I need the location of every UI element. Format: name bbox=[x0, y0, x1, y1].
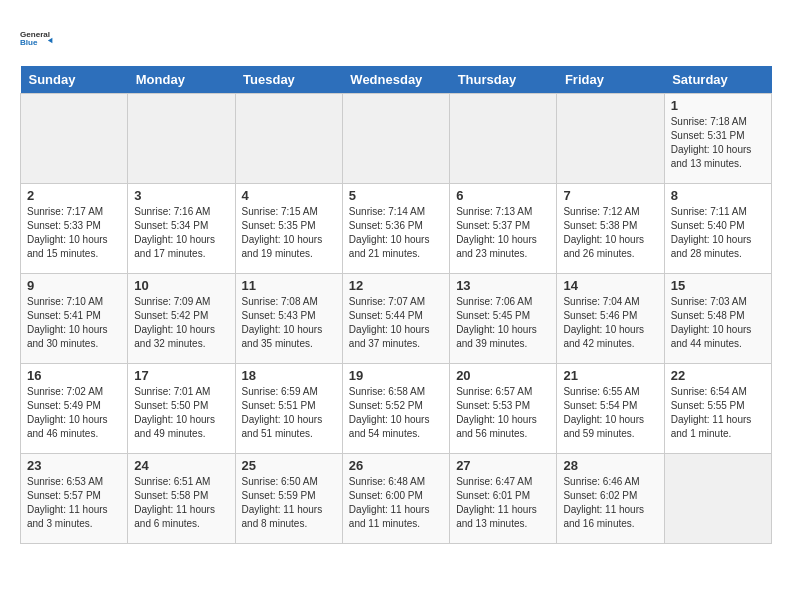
day-number: 6 bbox=[456, 188, 550, 203]
calendar-cell: 23Sunrise: 6:53 AM Sunset: 5:57 PM Dayli… bbox=[21, 454, 128, 544]
weekday-header: Friday bbox=[557, 66, 664, 94]
day-number: 21 bbox=[563, 368, 657, 383]
day-number: 12 bbox=[349, 278, 443, 293]
calendar-cell: 20Sunrise: 6:57 AM Sunset: 5:53 PM Dayli… bbox=[450, 364, 557, 454]
day-info: Sunrise: 7:11 AM Sunset: 5:40 PM Dayligh… bbox=[671, 205, 765, 261]
calendar-cell: 24Sunrise: 6:51 AM Sunset: 5:58 PM Dayli… bbox=[128, 454, 235, 544]
calendar-cell bbox=[128, 94, 235, 184]
day-number: 5 bbox=[349, 188, 443, 203]
day-number: 26 bbox=[349, 458, 443, 473]
calendar-cell: 7Sunrise: 7:12 AM Sunset: 5:38 PM Daylig… bbox=[557, 184, 664, 274]
day-number: 17 bbox=[134, 368, 228, 383]
day-number: 22 bbox=[671, 368, 765, 383]
svg-text:Blue: Blue bbox=[20, 38, 38, 47]
day-info: Sunrise: 7:10 AM Sunset: 5:41 PM Dayligh… bbox=[27, 295, 121, 351]
calendar-cell bbox=[557, 94, 664, 184]
logo: General Blue bbox=[20, 20, 56, 56]
page-header: General Blue bbox=[20, 20, 772, 56]
calendar-cell: 6Sunrise: 7:13 AM Sunset: 5:37 PM Daylig… bbox=[450, 184, 557, 274]
calendar-cell: 8Sunrise: 7:11 AM Sunset: 5:40 PM Daylig… bbox=[664, 184, 771, 274]
day-number: 23 bbox=[27, 458, 121, 473]
calendar-cell: 4Sunrise: 7:15 AM Sunset: 5:35 PM Daylig… bbox=[235, 184, 342, 274]
calendar-cell: 11Sunrise: 7:08 AM Sunset: 5:43 PM Dayli… bbox=[235, 274, 342, 364]
calendar-cell: 9Sunrise: 7:10 AM Sunset: 5:41 PM Daylig… bbox=[21, 274, 128, 364]
calendar-body: 1Sunrise: 7:18 AM Sunset: 5:31 PM Daylig… bbox=[21, 94, 772, 544]
svg-text:General: General bbox=[20, 30, 50, 39]
day-number: 7 bbox=[563, 188, 657, 203]
day-number: 1 bbox=[671, 98, 765, 113]
day-info: Sunrise: 6:48 AM Sunset: 6:00 PM Dayligh… bbox=[349, 475, 443, 531]
day-info: Sunrise: 6:50 AM Sunset: 5:59 PM Dayligh… bbox=[242, 475, 336, 531]
calendar-cell bbox=[235, 94, 342, 184]
calendar-cell: 17Sunrise: 7:01 AM Sunset: 5:50 PM Dayli… bbox=[128, 364, 235, 454]
weekday-header: Monday bbox=[128, 66, 235, 94]
weekday-header: Tuesday bbox=[235, 66, 342, 94]
calendar-week-row: 9Sunrise: 7:10 AM Sunset: 5:41 PM Daylig… bbox=[21, 274, 772, 364]
day-number: 28 bbox=[563, 458, 657, 473]
day-info: Sunrise: 7:06 AM Sunset: 5:45 PM Dayligh… bbox=[456, 295, 550, 351]
calendar-cell: 22Sunrise: 6:54 AM Sunset: 5:55 PM Dayli… bbox=[664, 364, 771, 454]
day-info: Sunrise: 7:03 AM Sunset: 5:48 PM Dayligh… bbox=[671, 295, 765, 351]
calendar-cell: 21Sunrise: 6:55 AM Sunset: 5:54 PM Dayli… bbox=[557, 364, 664, 454]
calendar-cell: 13Sunrise: 7:06 AM Sunset: 5:45 PM Dayli… bbox=[450, 274, 557, 364]
day-info: Sunrise: 7:17 AM Sunset: 5:33 PM Dayligh… bbox=[27, 205, 121, 261]
day-info: Sunrise: 7:07 AM Sunset: 5:44 PM Dayligh… bbox=[349, 295, 443, 351]
calendar-cell: 14Sunrise: 7:04 AM Sunset: 5:46 PM Dayli… bbox=[557, 274, 664, 364]
day-info: Sunrise: 7:02 AM Sunset: 5:49 PM Dayligh… bbox=[27, 385, 121, 441]
day-info: Sunrise: 6:58 AM Sunset: 5:52 PM Dayligh… bbox=[349, 385, 443, 441]
day-info: Sunrise: 7:12 AM Sunset: 5:38 PM Dayligh… bbox=[563, 205, 657, 261]
logo-svg: General Blue bbox=[20, 20, 56, 56]
day-info: Sunrise: 7:16 AM Sunset: 5:34 PM Dayligh… bbox=[134, 205, 228, 261]
day-info: Sunrise: 6:46 AM Sunset: 6:02 PM Dayligh… bbox=[563, 475, 657, 531]
day-info: Sunrise: 7:08 AM Sunset: 5:43 PM Dayligh… bbox=[242, 295, 336, 351]
day-number: 16 bbox=[27, 368, 121, 383]
calendar-cell: 18Sunrise: 6:59 AM Sunset: 5:51 PM Dayli… bbox=[235, 364, 342, 454]
calendar-cell bbox=[21, 94, 128, 184]
calendar-cell: 5Sunrise: 7:14 AM Sunset: 5:36 PM Daylig… bbox=[342, 184, 449, 274]
calendar-cell bbox=[342, 94, 449, 184]
calendar-cell: 27Sunrise: 6:47 AM Sunset: 6:01 PM Dayli… bbox=[450, 454, 557, 544]
day-number: 10 bbox=[134, 278, 228, 293]
calendar-cell: 15Sunrise: 7:03 AM Sunset: 5:48 PM Dayli… bbox=[664, 274, 771, 364]
day-number: 24 bbox=[134, 458, 228, 473]
weekday-header: Saturday bbox=[664, 66, 771, 94]
calendar-cell: 12Sunrise: 7:07 AM Sunset: 5:44 PM Dayli… bbox=[342, 274, 449, 364]
weekday-header: Wednesday bbox=[342, 66, 449, 94]
day-info: Sunrise: 7:09 AM Sunset: 5:42 PM Dayligh… bbox=[134, 295, 228, 351]
day-number: 3 bbox=[134, 188, 228, 203]
calendar-header-row: SundayMondayTuesdayWednesdayThursdayFrid… bbox=[21, 66, 772, 94]
day-info: Sunrise: 6:53 AM Sunset: 5:57 PM Dayligh… bbox=[27, 475, 121, 531]
weekday-header: Thursday bbox=[450, 66, 557, 94]
calendar-week-row: 23Sunrise: 6:53 AM Sunset: 5:57 PM Dayli… bbox=[21, 454, 772, 544]
calendar-cell: 2Sunrise: 7:17 AM Sunset: 5:33 PM Daylig… bbox=[21, 184, 128, 274]
day-info: Sunrise: 6:51 AM Sunset: 5:58 PM Dayligh… bbox=[134, 475, 228, 531]
day-info: Sunrise: 7:18 AM Sunset: 5:31 PM Dayligh… bbox=[671, 115, 765, 171]
weekday-header: Sunday bbox=[21, 66, 128, 94]
day-number: 27 bbox=[456, 458, 550, 473]
calendar-table: SundayMondayTuesdayWednesdayThursdayFrid… bbox=[20, 66, 772, 544]
day-info: Sunrise: 7:04 AM Sunset: 5:46 PM Dayligh… bbox=[563, 295, 657, 351]
day-info: Sunrise: 6:54 AM Sunset: 5:55 PM Dayligh… bbox=[671, 385, 765, 441]
day-number: 11 bbox=[242, 278, 336, 293]
day-number: 25 bbox=[242, 458, 336, 473]
calendar-cell: 3Sunrise: 7:16 AM Sunset: 5:34 PM Daylig… bbox=[128, 184, 235, 274]
day-number: 9 bbox=[27, 278, 121, 293]
day-number: 18 bbox=[242, 368, 336, 383]
calendar-cell: 28Sunrise: 6:46 AM Sunset: 6:02 PM Dayli… bbox=[557, 454, 664, 544]
calendar-week-row: 16Sunrise: 7:02 AM Sunset: 5:49 PM Dayli… bbox=[21, 364, 772, 454]
calendar-cell: 26Sunrise: 6:48 AM Sunset: 6:00 PM Dayli… bbox=[342, 454, 449, 544]
calendar-cell: 25Sunrise: 6:50 AM Sunset: 5:59 PM Dayli… bbox=[235, 454, 342, 544]
day-number: 19 bbox=[349, 368, 443, 383]
calendar-cell bbox=[664, 454, 771, 544]
calendar-week-row: 1Sunrise: 7:18 AM Sunset: 5:31 PM Daylig… bbox=[21, 94, 772, 184]
calendar-cell: 16Sunrise: 7:02 AM Sunset: 5:49 PM Dayli… bbox=[21, 364, 128, 454]
day-info: Sunrise: 6:57 AM Sunset: 5:53 PM Dayligh… bbox=[456, 385, 550, 441]
day-info: Sunrise: 6:47 AM Sunset: 6:01 PM Dayligh… bbox=[456, 475, 550, 531]
day-number: 4 bbox=[242, 188, 336, 203]
calendar-week-row: 2Sunrise: 7:17 AM Sunset: 5:33 PM Daylig… bbox=[21, 184, 772, 274]
day-number: 20 bbox=[456, 368, 550, 383]
day-number: 14 bbox=[563, 278, 657, 293]
calendar-cell: 1Sunrise: 7:18 AM Sunset: 5:31 PM Daylig… bbox=[664, 94, 771, 184]
day-info: Sunrise: 7:13 AM Sunset: 5:37 PM Dayligh… bbox=[456, 205, 550, 261]
day-info: Sunrise: 6:55 AM Sunset: 5:54 PM Dayligh… bbox=[563, 385, 657, 441]
